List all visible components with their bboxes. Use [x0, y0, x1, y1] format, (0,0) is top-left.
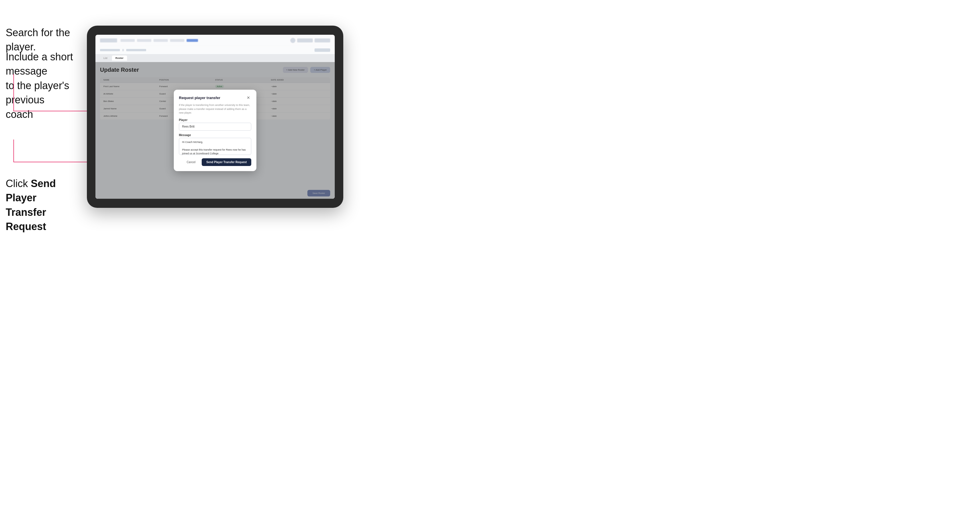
modal-box: Request player transfer ✕ If the player …	[174, 90, 256, 171]
breadcrumb-home	[100, 49, 120, 51]
nav-item-gamelogs	[170, 39, 184, 42]
message-textarea[interactable]: Hi Coach McHarg,Please accept this trans…	[179, 138, 251, 155]
player-input-value: Rees Britt	[182, 125, 194, 128]
modal-overlay: Request player transfer ✕ If the player …	[95, 62, 335, 199]
annotation-click: Click Send PlayerTransfer Request	[6, 176, 71, 234]
app-logo	[100, 38, 117, 43]
modal-actions: Cancel Send Player Transfer Request	[179, 158, 251, 166]
tab-roster[interactable]: Roster	[112, 56, 127, 60]
modal-header: Request player transfer ✕	[179, 95, 251, 100]
header-nav	[121, 39, 287, 42]
breadcrumb-section	[126, 49, 146, 51]
message-field-label: Message	[179, 133, 251, 137]
header-action-btn	[297, 38, 313, 43]
header-avatar	[290, 38, 296, 43]
modal-description: If the player is transferring from anoth…	[179, 103, 251, 115]
arrow-vertical-bottom-left	[13, 140, 14, 162]
arrow-vertical-top	[13, 74, 14, 111]
header-right	[290, 38, 330, 43]
breadcrumb-bar	[95, 46, 335, 54]
player-input[interactable]: Rees Britt	[179, 123, 251, 131]
modal-close-button[interactable]: ✕	[245, 95, 251, 100]
modal-title: Request player transfer	[179, 96, 220, 100]
nav-item-tournaments	[121, 39, 135, 42]
breadcrumb-right-action	[315, 48, 330, 52]
breadcrumb-sep	[122, 49, 124, 51]
player-field-label: Player	[179, 118, 251, 122]
nav-item-matches	[154, 39, 168, 42]
send-transfer-button[interactable]: Send Player Transfer Request	[202, 158, 251, 166]
annotation-message-text: Include a short messageto the player's p…	[6, 51, 73, 120]
main-content: Update Roster + Add New Roster + Add Pla…	[95, 62, 335, 199]
nav-item-roster	[186, 39, 198, 42]
cancel-button[interactable]: Cancel	[183, 159, 199, 166]
header-secondary-btn	[315, 38, 330, 43]
app-header	[95, 35, 335, 46]
tablet-screen: List Roster Update Roster + Add New Rost…	[95, 35, 335, 199]
tab-bar: List Roster	[95, 54, 335, 62]
tab-list[interactable]: List	[100, 56, 111, 60]
tablet-device: List Roster Update Roster + Add New Rost…	[87, 25, 343, 208]
message-textarea-value: Hi Coach McHarg,Please accept this trans…	[182, 141, 246, 155]
annotation-click-prefix: Click	[6, 178, 31, 189]
nav-item-teams	[137, 39, 151, 42]
